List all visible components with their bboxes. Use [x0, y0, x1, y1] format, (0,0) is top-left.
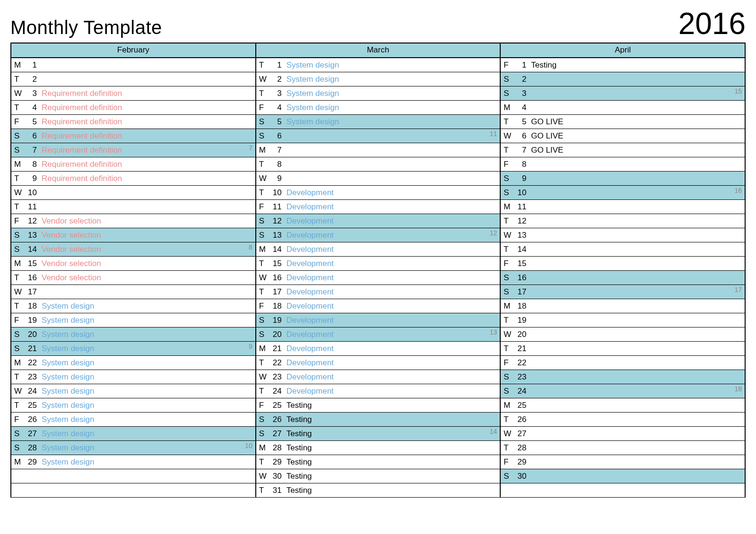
day-row: T15Development — [256, 257, 500, 271]
day-number: 6 — [25, 131, 37, 141]
task-label: Requirement definition — [42, 103, 122, 112]
task-label: GO LIVE — [531, 131, 563, 141]
day-of-week: S — [14, 344, 25, 353]
month-header: February — [11, 43, 255, 58]
task-label: Testing — [287, 457, 312, 467]
day-row: T24Development — [256, 384, 500, 398]
task-label: System design — [287, 103, 339, 112]
day-number: 4 — [25, 103, 37, 112]
day-number: 16 — [25, 273, 37, 283]
day-of-week: T — [259, 160, 269, 169]
task-label: System design — [287, 75, 339, 84]
day-row: F4System design — [256, 101, 500, 115]
task-label: Development — [287, 245, 334, 254]
day-row: W24System design — [11, 384, 255, 398]
task-label: System design — [42, 344, 95, 353]
day-of-week: T — [504, 245, 514, 254]
day-row: F8 — [501, 157, 745, 172]
day-number: 9 — [25, 174, 37, 183]
task-label: System design — [42, 330, 95, 339]
day-number: 28 — [25, 443, 37, 453]
day-number: 19 — [514, 316, 526, 325]
day-row: W3Requirement definition — [11, 86, 255, 101]
day-of-week: T — [504, 344, 514, 353]
day-row: S27Testing14 — [256, 427, 500, 441]
day-number: 22 — [25, 358, 37, 368]
day-number: 10 — [514, 188, 526, 198]
day-row: M8Requirement definition — [11, 157, 255, 172]
task-label: System design — [42, 316, 95, 325]
day-of-week: M — [259, 146, 269, 155]
day-of-week: W — [14, 287, 25, 297]
month-header: April — [501, 43, 745, 58]
day-number: 3 — [269, 89, 282, 98]
day-of-week: S — [259, 216, 269, 226]
day-row: M22System design — [11, 356, 255, 370]
day-row: F18Development — [256, 299, 500, 313]
day-of-week: M — [14, 60, 25, 70]
week-number: 8 — [249, 243, 252, 251]
day-number: 27 — [25, 429, 37, 439]
day-of-week: F — [504, 160, 514, 169]
day-row — [501, 483, 745, 498]
day-row: W9 — [256, 172, 500, 186]
day-number: 23 — [514, 372, 526, 382]
task-label: Development — [287, 301, 334, 311]
day-row: T14 — [501, 242, 745, 257]
day-number: 2 — [269, 75, 282, 84]
day-row: S315 — [501, 86, 745, 101]
day-number: 13 — [514, 231, 526, 240]
day-number: 12 — [514, 216, 526, 226]
day-row: T10Development — [256, 186, 500, 200]
day-number: 13 — [269, 231, 282, 240]
day-row: T18System design — [11, 299, 255, 313]
day-number: 9 — [269, 174, 282, 183]
task-label: Development — [287, 188, 334, 198]
day-of-week: W — [259, 472, 269, 481]
day-row: S6Requirement definition — [11, 129, 255, 143]
day-number: 18 — [25, 301, 37, 311]
day-of-week: W — [259, 273, 269, 283]
day-of-week: M — [259, 245, 269, 254]
week-number: 15 — [734, 87, 742, 95]
day-number: 17 — [514, 287, 526, 297]
day-row: T16Vendor selection — [11, 271, 255, 285]
day-of-week: T — [504, 316, 514, 325]
day-row: F12Vendor selection — [11, 214, 255, 228]
day-of-week: F — [504, 457, 514, 467]
month-column: MarchT1System designW2System designT3Sys… — [256, 43, 501, 498]
day-row: T26 — [501, 413, 745, 427]
day-of-week: T — [14, 273, 25, 283]
day-row: S28System design10 — [11, 441, 255, 455]
day-row: S30 — [501, 469, 745, 483]
day-of-week: W — [14, 89, 25, 98]
page: Monthly Template 2016 FebruaryM1T2W3Requ… — [0, 0, 756, 512]
day-of-week: S — [14, 231, 25, 240]
header: Monthly Template 2016 — [10, 9, 746, 39]
day-row: W13 — [501, 228, 745, 242]
task-label: System design — [42, 372, 95, 382]
day-number: 14 — [514, 245, 526, 254]
day-of-week: S — [259, 316, 269, 325]
day-row: M21Development — [256, 342, 500, 356]
day-row: T29Testing — [256, 455, 500, 469]
task-label: Requirement definition — [42, 160, 122, 169]
day-number: 29 — [25, 457, 37, 467]
day-of-week: W — [504, 131, 514, 141]
day-row: S13Vendor selection — [11, 228, 255, 242]
day-row: F19System design — [11, 313, 255, 327]
day-of-week: S — [259, 330, 269, 339]
day-row: T5GO LIVE — [501, 115, 745, 129]
day-row: S1717 — [501, 285, 745, 299]
week-number: 11 — [490, 130, 497, 138]
day-row: F26System design — [11, 413, 255, 427]
day-number: 1 — [514, 60, 526, 70]
day-number: 29 — [269, 457, 282, 467]
day-row: T8 — [256, 157, 500, 172]
day-number: 3 — [514, 89, 526, 98]
day-row: S5System design — [256, 115, 500, 129]
day-row: S12Development — [256, 214, 500, 228]
day-of-week: S — [14, 330, 25, 339]
day-number: 7 — [25, 146, 37, 155]
day-of-week: S — [14, 429, 25, 439]
